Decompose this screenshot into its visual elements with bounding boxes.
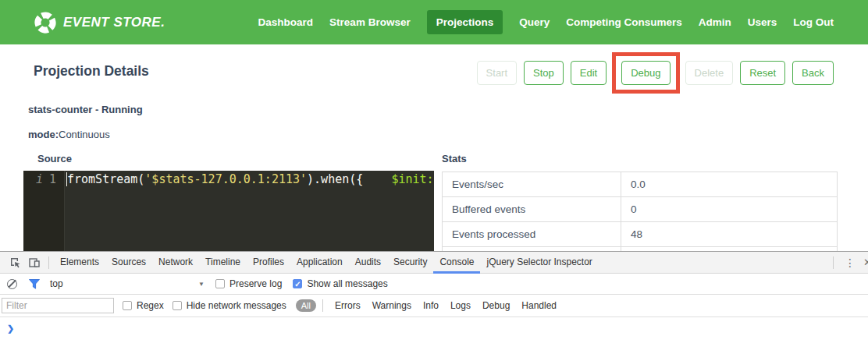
delete-button: Delete (685, 61, 734, 85)
stat-name: Events processed (443, 222, 621, 247)
debug-button[interactable]: Debug (621, 61, 670, 85)
event-store-logo[interactable]: EVENT STORE. (34, 12, 165, 34)
page-title: Projection Details (34, 63, 149, 80)
devtools-tab-timeline[interactable]: Timeline (199, 252, 247, 273)
stats-row: Events/sec0.0 (443, 172, 838, 197)
nav-list: DashboardStream BrowserProjectionsQueryC… (258, 10, 834, 34)
projection-status: stats-counter - Running (28, 104, 143, 115)
stat-value: 0.0 (621, 172, 838, 197)
stat-value: 0 (621, 197, 838, 222)
regex-toggle[interactable]: Regex (123, 300, 164, 311)
source-label: Source (37, 153, 434, 164)
level-filter-errors[interactable]: Errors (335, 300, 361, 311)
hide-network-toggle[interactable]: Hide network messages (173, 300, 286, 311)
devtools-close-icon[interactable]: ✕ (862, 256, 868, 268)
regex-checkbox[interactable] (123, 301, 132, 310)
regex-label: Regex (137, 300, 164, 311)
devtools-tab-jquery-selector-inspector[interactable]: jQuery Selector Inspector (480, 252, 598, 273)
devtools-panel: ElementsSourcesNetworkTimelineProfilesAp… (0, 251, 868, 343)
stats-label: Stats (442, 153, 838, 164)
filter-all-badge[interactable]: All (296, 299, 316, 312)
mode-value: Continuous (59, 129, 110, 140)
stop-button[interactable]: Stop (524, 61, 564, 85)
show-all-messages-toggle[interactable]: ✓ Show all messages (293, 278, 387, 289)
devtools-tabbar: ElementsSourcesNetworkTimelineProfilesAp… (0, 252, 868, 274)
preserve-log-label: Preserve log (229, 278, 282, 289)
device-toolbar-icon[interactable] (25, 254, 44, 271)
event-store-ring-icon (34, 12, 56, 34)
mode-label: mode: (28, 129, 59, 140)
execution-context-select[interactable]: top ▼ (50, 278, 205, 289)
back-button[interactable]: Back (792, 61, 834, 85)
stat-value: 48 (621, 222, 838, 247)
devtools-tab-network[interactable]: Network (152, 252, 199, 273)
brand-text: EVENT STORE. (63, 15, 165, 30)
console-filterbar: Regex Hide network messages All ErrorsWa… (0, 295, 868, 317)
level-filter-logs[interactable]: Logs (450, 300, 471, 311)
hide-network-checkbox[interactable] (173, 301, 182, 310)
devtools-menu-icon[interactable]: ⋮ (838, 256, 862, 269)
stats-row: Events processed48 (443, 222, 838, 247)
start-button: Start (477, 61, 517, 85)
inspect-element-icon[interactable] (6, 254, 25, 271)
code-token: fromStream( (67, 172, 144, 186)
stat-name: Buffered events (443, 197, 621, 222)
clear-console-icon[interactable] (7, 279, 17, 289)
context-value: top (50, 278, 63, 289)
nav-item-log-out[interactable]: Log Out (793, 10, 834, 34)
tabbar-separator (833, 256, 834, 269)
nav-item-admin[interactable]: Admin (699, 10, 731, 34)
level-filter-warnings[interactable]: Warnings (372, 300, 411, 311)
code-token (363, 172, 391, 186)
devtools-tab-security[interactable]: Security (387, 252, 433, 273)
debug-highlight-box: Debug (612, 52, 679, 94)
level-filters: ErrorsWarningsInfoLogsDebugHandled (335, 300, 557, 311)
top-navbar: EVENT STORE. DashboardStream BrowserProj… (0, 0, 868, 44)
stats-row: Buffered events0 (443, 197, 838, 222)
console-filter-input[interactable] (2, 298, 114, 313)
devtools-tab-profiles[interactable]: Profiles (247, 252, 290, 273)
console-prompt[interactable]: ❯ (0, 317, 868, 334)
filter-funnel-icon[interactable] (29, 279, 40, 289)
tabbar-right-controls: ⋮ ✕ (828, 256, 868, 269)
preserve-log-checkbox[interactable] (215, 279, 225, 288)
nav-item-projections[interactable]: Projections (427, 10, 503, 34)
code-token: ).when({ (307, 172, 363, 186)
action-buttons: StartStopEditDebugDeleteResetBack (477, 61, 834, 85)
nav-item-competing-consumers[interactable]: Competing Consumers (566, 10, 682, 34)
show-all-messages-checkbox[interactable]: ✓ (293, 279, 302, 288)
console-toolbar: top ▼ Preserve log ✓ Show all messages (0, 274, 868, 295)
nav-item-stream-browser[interactable]: Stream Browser (329, 10, 411, 34)
devtools-tab-application[interactable]: Application (290, 252, 349, 273)
projection-mode: mode:Continuous (28, 129, 110, 140)
filterbar-separator (322, 299, 323, 312)
level-filter-debug[interactable]: Debug (482, 300, 510, 311)
devtools-tab-console[interactable]: Console (433, 252, 480, 274)
stat-name: Events/sec (443, 172, 621, 197)
nav-item-dashboard[interactable]: Dashboard (258, 10, 314, 34)
tabbar-separator (48, 256, 49, 269)
devtools-tab-sources[interactable]: Sources (105, 252, 152, 273)
code-token: $init: (391, 172, 433, 186)
level-filter-handled[interactable]: Handled (521, 300, 557, 311)
edit-button[interactable]: Edit (571, 61, 607, 85)
reset-button[interactable]: Reset (740, 61, 785, 85)
code-token: '$stats-127.0.0.1:2113' (144, 172, 307, 186)
devtools-tab-audits[interactable]: Audits (349, 252, 387, 273)
show-all-messages-label: Show all messages (307, 278, 387, 289)
devtools-tabs: ElementsSourcesNetworkTimelineProfilesAp… (54, 252, 599, 274)
level-filter-info[interactable]: Info (423, 300, 439, 311)
devtools-tab-elements[interactable]: Elements (54, 252, 105, 273)
nav-item-query[interactable]: Query (519, 10, 550, 34)
chevron-down-icon: ▼ (198, 281, 205, 288)
nav-item-users[interactable]: Users (748, 10, 777, 34)
preserve-log-toggle[interactable]: Preserve log (215, 278, 282, 289)
code-line: fromStream('$stats-127.0.0.1:2113').when… (66, 172, 434, 186)
hide-network-label: Hide network messages (187, 300, 286, 311)
prompt-chevron-icon: ❯ (7, 324, 14, 333)
